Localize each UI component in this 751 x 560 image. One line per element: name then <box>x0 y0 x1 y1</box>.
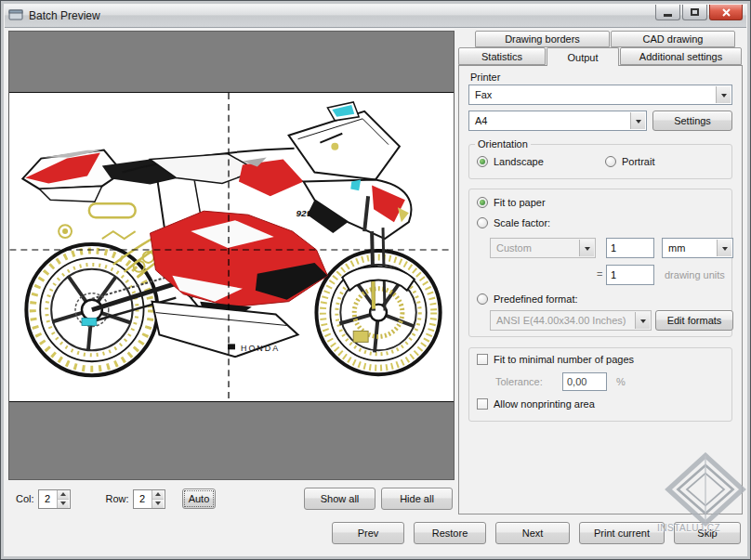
settings-panel: Drawing borders CAD drawing Statistics O… <box>458 31 743 514</box>
tab-cad-drawing[interactable]: CAD drawing <box>611 31 735 47</box>
predefined-format-value: ANSI E(44.00x34.00 Inches) <box>496 315 626 326</box>
app-icon <box>8 8 23 23</box>
scale-factor-radio[interactable] <box>477 217 488 228</box>
preview-panel: HONDA 929 <box>8 31 455 480</box>
footer-buttons: Prev Restore Next Print current Skip <box>1 522 741 546</box>
row-label: Row: <box>106 493 129 504</box>
portrait-radio[interactable] <box>605 156 616 167</box>
fit-minimal-pages-checkbox[interactable] <box>477 354 488 365</box>
chevron-down-icon <box>717 240 731 256</box>
motorcycle-cad-drawing: HONDA 929 <box>9 93 454 401</box>
scale-options-group: Fit to paper Scale factor: Custom mm = d <box>468 189 732 337</box>
scale-unit-value: mm <box>668 242 685 254</box>
scale-unit-select[interactable]: mm <box>662 238 733 258</box>
printer-label: Printer <box>470 72 500 83</box>
col-spinner[interactable] <box>38 489 71 509</box>
print-current-button[interactable]: Print current <box>579 522 665 544</box>
col-label: Col: <box>16 493 34 504</box>
predefined-format-label: Predefined format: <box>494 293 578 305</box>
maximize-button[interactable] <box>682 5 707 20</box>
row-input[interactable] <box>134 490 152 508</box>
paper-page[interactable]: HONDA 929 <box>9 92 454 402</box>
scale-value-input[interactable] <box>606 238 654 258</box>
next-button[interactable]: Next <box>495 522 570 544</box>
row-down-button[interactable] <box>152 500 164 508</box>
allow-nonprinting-checkbox[interactable] <box>477 398 488 410</box>
maximize-icon <box>691 8 699 16</box>
scale-factor-label: Scale factor: <box>494 217 550 228</box>
predefined-format-select[interactable]: ANSI E(44.00x34.00 Inches) <box>490 310 652 331</box>
drawing-brand-text: HONDA <box>241 344 280 353</box>
orientation-group: Orientation Landscape Portrait <box>468 144 732 179</box>
auto-button[interactable]: Auto <box>182 488 217 509</box>
tab-output[interactable]: Output <box>547 47 619 66</box>
chevron-down-icon <box>630 112 645 129</box>
row-spinner[interactable] <box>133 489 165 509</box>
minimize-icon <box>664 14 672 17</box>
chevron-down-icon <box>635 312 650 329</box>
predefined-format-radio[interactable] <box>477 293 488 305</box>
batch-preview-window: Batch Preview <box>0 0 751 560</box>
drawing-model-text: 929 <box>296 208 312 218</box>
output-tab-page: Printer Fax A4 Settings Orientation Land… <box>458 65 743 514</box>
percent-label: % <box>616 376 626 387</box>
tab-additional-settings[interactable]: Additional settings <box>620 47 742 65</box>
close-icon <box>722 8 731 17</box>
fit-minimal-pages-label: Fit to minimal number of pages <box>494 354 634 365</box>
show-all-button[interactable]: Show all <box>304 488 376 510</box>
prev-button[interactable]: Prev <box>332 522 404 544</box>
fit-to-paper-radio[interactable] <box>477 197 488 208</box>
orientation-label: Orientation <box>475 138 531 150</box>
paper-size-value: A4 <box>475 115 487 126</box>
hide-all-button[interactable]: Hide all <box>381 488 453 510</box>
scale-mode-value: Custom <box>496 242 532 254</box>
close-button[interactable] <box>709 5 743 20</box>
edit-formats-button[interactable]: Edit formats <box>655 310 733 331</box>
col-up-button[interactable] <box>58 490 69 500</box>
printer-select[interactable]: Fax <box>468 85 732 105</box>
tolerance-label: Tolerance: <box>495 376 543 387</box>
minimize-button[interactable] <box>655 5 680 20</box>
paper-size-select[interactable]: A4 <box>468 111 647 131</box>
restore-button[interactable]: Restore <box>414 522 486 544</box>
title-bar[interactable]: Batch Preview <box>5 5 746 28</box>
equals-sign: = <box>597 268 602 280</box>
landscape-label: Landscape <box>494 156 544 167</box>
col-down-button[interactable] <box>58 500 69 508</box>
printer-value: Fax <box>475 89 492 100</box>
row-up-button[interactable] <box>152 490 164 500</box>
chevron-down-icon <box>716 86 731 103</box>
skip-button[interactable]: Skip <box>674 522 741 544</box>
tolerance-input[interactable] <box>562 372 607 391</box>
tab-drawing-borders[interactable]: Drawing borders <box>475 31 610 47</box>
pages-options-group: Fit to minimal number of pages Tolerance… <box>468 347 732 422</box>
scale-mode-select[interactable]: Custom <box>490 238 596 258</box>
col-input[interactable] <box>39 490 57 508</box>
landscape-radio[interactable] <box>477 156 488 167</box>
chevron-down-icon <box>579 240 594 256</box>
portrait-label: Portrait <box>622 156 654 167</box>
preview-controls: Col: Row: Auto Show all Hide all <box>8 485 455 513</box>
settings-button[interactable]: Settings <box>652 111 732 131</box>
window-title: Batch Preview <box>29 9 100 22</box>
drawing-units-label: drawing units <box>665 269 725 280</box>
drawing-units-input[interactable] <box>606 265 654 285</box>
allow-nonprinting-label: Allow nonprinting area <box>494 398 595 410</box>
fit-to-paper-label: Fit to paper <box>494 197 546 208</box>
tab-statistics[interactable]: Statistics <box>458 47 546 65</box>
